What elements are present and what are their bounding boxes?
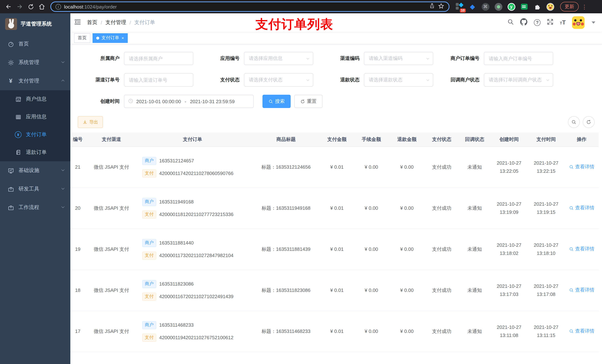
- column-header: 支付金额: [320, 132, 354, 146]
- site-info-icon[interactable]: i: [55, 4, 61, 10]
- search-button[interactable]: 搜索: [262, 95, 291, 108]
- table-body: 21微信 JSAPI 支付商户1635312124657支付4200001174…: [70, 146, 599, 364]
- app-select[interactable]: 请选择应用信息: [244, 52, 313, 65]
- fee-amount-cell: ¥ 0.00: [354, 270, 389, 311]
- merchant-order-no: 1635311949168: [159, 199, 194, 205]
- gear-icon: [7, 59, 14, 66]
- chrome-menu-icon[interactable]: ⋮: [582, 4, 587, 10]
- breadcrumb-home[interactable]: 首页: [87, 19, 97, 26]
- sidebar-item-workflow[interactable]: 工作流程: [0, 198, 70, 217]
- sidebar-item-infra[interactable]: 基础设施: [0, 161, 70, 180]
- reset-button[interactable]: 重置: [294, 95, 322, 108]
- paid-date: 2021-10-27: [527, 200, 565, 208]
- created-date: 2021-10-27: [491, 323, 527, 331]
- sidebar-item-devtools[interactable]: 研发工具: [0, 180, 70, 198]
- pay-status-select[interactable]: 请选择支付状态: [244, 73, 313, 87]
- back-icon[interactable]: [4, 2, 13, 11]
- help-icon[interactable]: ?: [534, 19, 540, 26]
- merchant-input[interactable]: [124, 52, 193, 65]
- share-icon[interactable]: [429, 3, 435, 10]
- created-time: 13:22:05: [491, 167, 527, 175]
- view-detail-link[interactable]: 查看详情: [569, 164, 594, 170]
- created-time: 13:11:08: [491, 331, 527, 339]
- created-date: 2021-10-27: [491, 159, 527, 167]
- callback-status-select[interactable]: 请选择订单回调商户状态: [484, 73, 553, 87]
- extension-dot-icon[interactable]: [494, 3, 502, 11]
- extension-gem-icon[interactable]: ◆: [468, 3, 476, 11]
- action-cell: 查看详情: [565, 187, 599, 229]
- view-detail-link[interactable]: 查看详情: [569, 328, 594, 335]
- created-time-cell: 2021-10-2713:17:03: [491, 270, 527, 311]
- forward-icon[interactable]: [15, 2, 24, 11]
- pay-order-lines: 商户1635311823086支付42000011672021102710224…: [133, 280, 252, 301]
- channel-order-no-input[interactable]: [124, 73, 193, 87]
- github-icon[interactable]: [520, 18, 527, 27]
- home-icon[interactable]: [37, 2, 47, 11]
- fee-amount-cell: [354, 352, 389, 364]
- refund-status-select[interactable]: 请选择退款状态: [364, 73, 433, 87]
- view-detail-link[interactable]: 查看详情: [569, 205, 594, 211]
- sidebar-item-pay-order[interactable]: ¥ 支付订单: [0, 126, 70, 144]
- column-header: 退款金额: [389, 132, 425, 146]
- created-time: 13:19:09: [491, 208, 527, 216]
- extension-chat-icon[interactable]: [520, 3, 528, 11]
- filter-label: 回调商户状态: [438, 77, 484, 83]
- tag-home[interactable]: 首页: [74, 33, 90, 43]
- table-row: 18微信 JSAPI 支付商户1635311823086支付4200001167…: [70, 270, 599, 311]
- app-logo-row[interactable]: 芋道管理系统: [0, 13, 70, 35]
- view-detail-link[interactable]: 查看详情: [569, 287, 594, 293]
- profile-avatar-icon[interactable]: [546, 3, 554, 11]
- pay-status-cell: 支付成功: [425, 187, 459, 229]
- tag-pay-order[interactable]: 支付订单 ×: [93, 33, 128, 43]
- search-icon[interactable]: [507, 19, 514, 27]
- refresh-button[interactable]: [583, 116, 595, 128]
- sidebar-toggle-icon[interactable]: [74, 18, 81, 27]
- breadcrumb-pay[interactable]: 支付管理: [106, 19, 126, 26]
- view-detail-label: 查看详情: [575, 246, 594, 252]
- sidebar-item-home[interactable]: 首页: [0, 35, 70, 53]
- chevron-up-icon: [61, 78, 65, 84]
- fullscreen-icon[interactable]: [547, 19, 553, 27]
- pay-tag: 支付: [142, 169, 156, 177]
- active-dot: [96, 36, 99, 39]
- title-prefix: 标题：: [262, 328, 276, 334]
- view-detail-link[interactable]: 查看详情: [569, 246, 594, 252]
- fee-amount-cell: ¥ 0.00: [354, 229, 389, 270]
- title-value: 1635311823086: [276, 287, 311, 293]
- sidebar-item-app-info[interactable]: 应用信息: [0, 108, 70, 126]
- product-title-cell: 标题：1635311949168: [252, 187, 320, 229]
- table-row: 20微信 JSAPI 支付商户1635311949168支付4200001181…: [70, 187, 599, 229]
- pay-tag: 支付: [142, 251, 156, 260]
- merchant-order-no-input[interactable]: [484, 52, 553, 65]
- sidebar: 芋道管理系统 首页 系统管理 ¥ 支付管理: [0, 13, 70, 364]
- reload-icon[interactable]: [26, 2, 35, 11]
- title-value: 1635311468233: [276, 328, 311, 334]
- create-time-range-picker[interactable]: 2021-10-01 00:00:00 - 2021-10-31 23:59:5…: [124, 95, 254, 108]
- export-button[interactable]: 导出: [78, 116, 103, 128]
- show-search-button[interactable]: [568, 116, 580, 128]
- avatar-caret-icon[interactable]: [592, 21, 595, 24]
- column-header: 手续金额: [354, 132, 389, 146]
- app-title: 芋道管理系统: [21, 21, 52, 27]
- url-bar[interactable]: i localhost:1024/pay/order: [50, 1, 450, 12]
- sidebar-item-refund-order[interactable]: 退款订单: [0, 144, 70, 161]
- chrome-update-button[interactable]: 更新: [560, 2, 579, 11]
- channel-code-select[interactable]: 请输入渠道编码: [364, 52, 433, 65]
- column-header: 回调状态: [459, 132, 491, 146]
- sidebar-item-system[interactable]: 系统管理: [0, 53, 70, 72]
- paid-time: 13:11:15: [527, 331, 565, 339]
- pay-order-line: 支付4200001194202110276752100612: [142, 333, 233, 342]
- sidebar-item-pay[interactable]: ¥ 支付管理: [0, 72, 70, 90]
- pay-order-no: 4200001181202110277723215336: [159, 212, 233, 217]
- font-size-icon[interactable]: TT: [560, 19, 566, 26]
- extension-grid-icon[interactable]: 10: [455, 3, 463, 11]
- extension-command-icon[interactable]: ⌘: [481, 3, 489, 11]
- chevron-down-icon: [306, 78, 310, 82]
- close-icon[interactable]: ×: [121, 36, 124, 40]
- pay-order-cell: 商户1635311881440支付42000011732021102728479…: [133, 229, 252, 270]
- sidebar-item-merchant-info[interactable]: 商户信息: [0, 90, 70, 108]
- bookmark-star-icon[interactable]: [438, 3, 444, 10]
- extension-y-icon[interactable]: y: [507, 3, 515, 11]
- user-avatar[interactable]: [572, 16, 585, 29]
- extensions-puzzle-icon[interactable]: [533, 3, 541, 11]
